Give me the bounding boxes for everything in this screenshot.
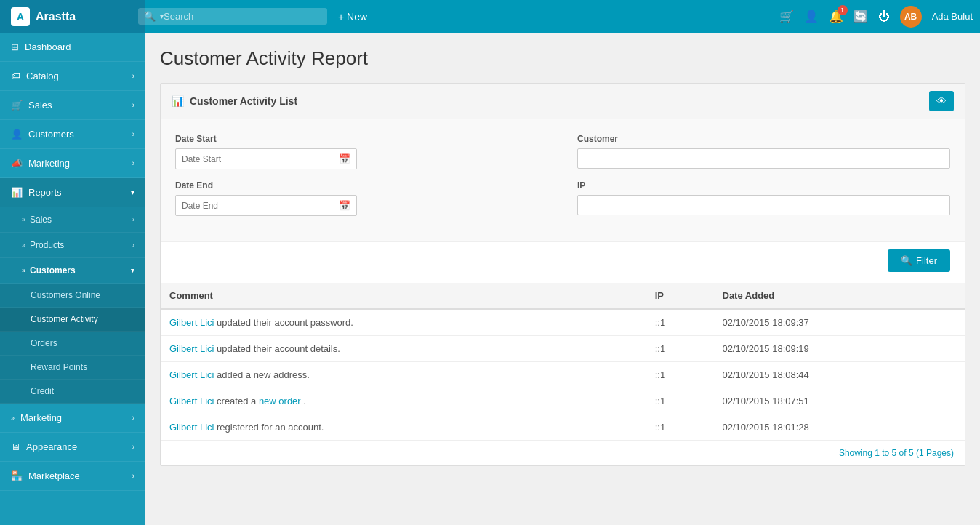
calendar-icon[interactable]: 📅: [333, 196, 356, 215]
sidebar-item-marketing2[interactable]: » Marketing ›: [0, 404, 145, 433]
ip-label: IP: [577, 180, 950, 191]
customer-link[interactable]: Gilbert Lici: [169, 343, 214, 354]
activity-table: Comment IP Date Added Gilbert Lici updat…: [161, 283, 965, 440]
notification-icon[interactable]: 🔔 1: [829, 9, 843, 23]
sidebar-item-label: Catalog: [26, 71, 59, 81]
catalog-icon: 🏷: [11, 71, 20, 81]
sidebar-subsub-reward-points[interactable]: Reward Points: [0, 356, 145, 380]
chevron-right-icon: ›: [132, 101, 134, 109]
date-start-input[interactable]: [176, 150, 333, 169]
sidebar-item-dashboard[interactable]: ⊞ Dashboard: [0, 33, 145, 62]
avatar[interactable]: AB: [900, 6, 922, 28]
calendar-icon[interactable]: 📅: [333, 149, 356, 169]
table-cell-comment: Gilbert Lici registered for an account.: [161, 414, 646, 441]
chevron-down-icon: ▾: [131, 267, 134, 274]
search-input[interactable]: [164, 11, 309, 22]
sidebar-item-label: Marketing: [20, 412, 62, 423]
toggle-columns-button[interactable]: 👁: [929, 91, 954, 111]
sidebar-item-sales[interactable]: 🛒 Sales ›: [0, 91, 145, 120]
sub-arrow-icon: »: [22, 241, 25, 249]
sidebar-subsub-orders[interactable]: Orders: [0, 332, 145, 356]
ip-input[interactable]: [577, 195, 950, 215]
chevron-right-icon: ›: [132, 241, 134, 249]
sidebar-item-marketplace[interactable]: 🏪 Marketplace ›: [0, 462, 145, 491]
chevron-right-icon: ›: [132, 443, 134, 451]
right-icons: 🛒 👤 🔔 1 🔄 ⏻ AB Ada Bulut: [779, 6, 973, 28]
brand-icon: A: [11, 7, 30, 26]
sidebar-item-appearance[interactable]: 🖥 Appearance ›: [0, 433, 145, 462]
reports-icon: 📊: [11, 187, 23, 198]
sidebar-sub-products[interactable]: » Products ›: [0, 233, 145, 258]
sidebar-item-label: Marketing: [28, 158, 70, 169]
table-cell-date: 02/10/2015 18:01:28: [714, 414, 965, 441]
comment-text: updated their account password.: [214, 317, 353, 328]
search-area: 🔍 ▾: [138, 8, 327, 25]
brand-logo: A Arastta: [0, 0, 145, 33]
table-cell-ip: ::1: [646, 362, 714, 388]
table-cell-date: 02/10/2015 18:09:37: [714, 309, 965, 336]
search-icon: 🔍: [144, 11, 156, 22]
sidebar-subsub-customers-online[interactable]: Customers Online: [0, 284, 145, 308]
table-cell-date: 02/10/2015 18:08:44: [714, 362, 965, 388]
order-link[interactable]: new order: [259, 396, 301, 406]
panel-title: Customer Activity List: [190, 95, 297, 107]
table-cell-comment: Gilbert Lici created a new order .: [161, 388, 646, 414]
customer-link[interactable]: Gilbert Lici: [169, 396, 214, 406]
sidebar-item-label: Marketplace: [28, 470, 80, 481]
date-end-group: Date End 📅: [175, 180, 548, 216]
sidebar-item-reports[interactable]: 📊 Reports ▾: [0, 178, 145, 207]
table-row: Gilbert Lici created a new order . ::1 0…: [161, 388, 965, 414]
customer-link[interactable]: Gilbert Lici: [169, 317, 214, 328]
refresh-icon[interactable]: 🔄: [854, 9, 868, 23]
sidebar-subsub-label: Credit: [31, 386, 54, 396]
chart-icon: 📊: [172, 95, 184, 107]
sidebar-item-marketing[interactable]: 📣 Marketing ›: [0, 149, 145, 178]
panel-header: 📊 Customer Activity List 👁: [161, 84, 965, 119]
sidebar-item-label: Customers: [28, 129, 74, 140]
notification-badge: 1: [838, 5, 848, 15]
sidebar-sub-sales[interactable]: » Sales ›: [0, 207, 145, 233]
table-cell-date: 02/10/2015 18:09:19: [714, 336, 965, 362]
sidebar-sub-customers[interactable]: » Customers ▾: [0, 258, 145, 284]
new-button[interactable]: + New: [338, 11, 367, 23]
table-row: Gilbert Lici updated their account passw…: [161, 309, 965, 336]
table-head: Comment IP Date Added: [161, 283, 965, 309]
table-header-row: Comment IP Date Added: [161, 283, 965, 309]
customer-link[interactable]: Gilbert Lici: [169, 422, 214, 433]
customer-link[interactable]: Gilbert Lici: [169, 369, 214, 380]
customer-label: Customer: [577, 134, 950, 144]
filter-row-2: Date End 📅 IP: [175, 180, 950, 216]
sidebar-item-label: Sales: [28, 100, 52, 111]
main-layout: ⊞ Dashboard 🏷 Catalog › 🛒 Sales › 👤 Cust…: [0, 33, 980, 525]
sidebar-item-customers[interactable]: 👤 Customers ›: [0, 120, 145, 149]
main-panel: 📊 Customer Activity List 👁 Date Start 📅: [160, 83, 965, 466]
sidebar-subsub-credit[interactable]: Credit: [0, 380, 145, 404]
date-start-group: Date Start 📅: [175, 134, 548, 169]
filter-button[interactable]: 🔍 Filter: [888, 249, 950, 272]
sidebar-subsub-label: Customers Online: [31, 290, 100, 300]
col-date-added: Date Added: [714, 283, 965, 309]
cart-icon[interactable]: 🛒: [779, 9, 794, 23]
filter-row-1: Date Start 📅 Customer: [175, 134, 950, 169]
reports-submenu: » Sales › » Products › » Customers ▾: [0, 207, 145, 404]
customer-input[interactable]: [577, 148, 950, 169]
comment-text-pre: created a: [217, 396, 259, 406]
sidebar-item-catalog[interactable]: 🏷 Catalog ›: [0, 62, 145, 91]
date-end-input[interactable]: [176, 196, 333, 215]
date-end-input-wrapper: 📅: [175, 195, 357, 216]
sidebar-item-label: Dashboard: [25, 41, 71, 52]
customers-icon: 👤: [11, 129, 23, 140]
sidebar-subsub-customer-activity[interactable]: Customer Activity: [0, 308, 145, 332]
top-navbar: A Arastta 🔍 ▾ + New 🛒 👤 🔔 1 🔄 ⏻ AB Ada B…: [0, 0, 980, 33]
power-icon[interactable]: ⏻: [878, 10, 890, 23]
sidebar-item-label: Reports: [28, 187, 62, 198]
comment-text: added a new address.: [214, 369, 310, 380]
table-row: Gilbert Lici registered for an account. …: [161, 414, 965, 441]
user-icon[interactable]: 👤: [804, 9, 819, 23]
sidebar-subsub-label: Orders: [31, 338, 57, 348]
panel-header-left: 📊 Customer Activity List: [172, 95, 297, 107]
ip-group: IP: [577, 180, 950, 216]
table-row: Gilbert Lici added a new address. ::1 02…: [161, 362, 965, 388]
table-cell-comment: Gilbert Lici added a new address.: [161, 362, 646, 388]
chevron-right-icon: ›: [132, 414, 134, 422]
